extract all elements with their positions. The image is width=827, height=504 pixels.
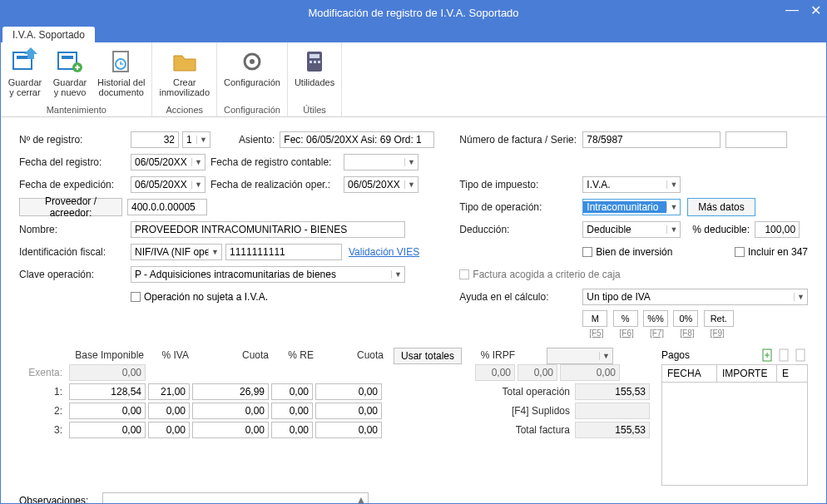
irpf-select[interactable]: ▼ xyxy=(547,348,613,364)
id-fiscal-tipo-select[interactable]: NIF/IVA (NIF ope▼ xyxy=(131,244,222,260)
mini-ret-button[interactable]: Ret. xyxy=(704,310,734,327)
total-value xyxy=(575,383,650,400)
historial-button[interactable]: Historial del documento xyxy=(92,46,150,103)
svg-rect-3 xyxy=(62,56,73,59)
re-cell[interactable] xyxy=(271,403,313,419)
id-fiscal-num-input[interactable] xyxy=(225,244,342,260)
clave-op-select[interactable]: P - Adquisiciones intracomunitarias de b… xyxy=(131,266,405,283)
fecha-reg-contable-label: Fecha de registro contable: xyxy=(210,156,344,168)
num-factura-serie-input[interactable] xyxy=(725,131,787,148)
cuota-cell[interactable] xyxy=(192,383,269,400)
num-factura-input[interactable] xyxy=(582,131,721,148)
checkbox-icon xyxy=(459,269,469,279)
id-fiscal-label: Identificación fiscal: xyxy=(19,246,131,258)
mini-m-button[interactable]: M xyxy=(582,310,607,327)
edit-page-icon[interactable] xyxy=(776,348,791,363)
re-cell[interactable] xyxy=(271,422,313,438)
usar-totales-button[interactable]: Usar totales xyxy=(394,348,462,364)
incluir-347-checkbox[interactable]: Incluir en 347 xyxy=(735,246,808,258)
base-cell[interactable] xyxy=(69,422,146,438)
tab-iva-soportado[interactable]: I.V.A. Soportado xyxy=(2,27,95,42)
mini-pct-button[interactable]: % xyxy=(613,310,638,327)
pct-deducible-input[interactable] xyxy=(755,221,800,238)
chevron-down-icon[interactable]: ▼ xyxy=(191,180,205,189)
base-cell[interactable] xyxy=(69,403,146,419)
ribbon-label: Historial del documento xyxy=(97,77,145,97)
minimize-icon[interactable]: — xyxy=(785,2,799,18)
ribbon-group-label: Útiles xyxy=(290,103,339,116)
base-cell[interactable] xyxy=(69,383,146,400)
chevron-down-icon[interactable]: ▼ xyxy=(208,248,221,256)
chevron-down-icon[interactable]: ▼ xyxy=(666,225,680,234)
ayuda-calculo-select[interactable]: Un tipo de IVA▼ xyxy=(582,289,808,305)
factura-caja-checkbox: Factura acogida a criterio de caja xyxy=(459,269,620,280)
pagos-table[interactable]: FECHA IMPORTE E xyxy=(661,364,808,486)
svg-rect-13 xyxy=(318,61,320,63)
fecha-reg-contable-input[interactable]: ▼ xyxy=(344,154,418,170)
checkbox-icon xyxy=(582,247,592,257)
no-sujeta-checkbox[interactable]: Operación no sujeta a I.V.A. xyxy=(131,291,268,303)
svg-point-8 xyxy=(250,59,255,64)
proveedor-input[interactable] xyxy=(127,199,207,215)
total-value[interactable] xyxy=(575,403,650,419)
delete-page-icon[interactable] xyxy=(793,348,808,363)
bien-inversion-checkbox[interactable]: Bien de inversión xyxy=(582,246,672,258)
cuota2-cell[interactable] xyxy=(315,403,382,419)
deduccion-select[interactable]: Deducible▼ xyxy=(582,221,681,238)
pct-deducible-label: % deducible: xyxy=(692,224,750,235)
iva-cell[interactable] xyxy=(148,403,190,419)
cuota2-cell[interactable] xyxy=(315,383,382,400)
chevron-down-icon[interactable]: ▼ xyxy=(196,136,210,144)
chevron-down-icon[interactable]: ▼ xyxy=(191,158,205,166)
iva-cell[interactable] xyxy=(148,422,190,438)
chevron-down-icon[interactable]: ▼ xyxy=(794,293,807,301)
configuracion-button[interactable]: Configuración xyxy=(219,46,285,103)
fecha-realizacion-input[interactable]: 06/05/20XX▼ xyxy=(344,176,418,193)
base-cell xyxy=(69,364,146,381)
scroll-up-icon[interactable]: ▲ xyxy=(356,494,366,504)
asiento-input[interactable] xyxy=(280,131,434,148)
tipo-impuesto-select[interactable]: I.V.A.▼ xyxy=(582,176,681,193)
chevron-down-icon[interactable]: ▼ xyxy=(666,203,680,211)
irpf-cell xyxy=(560,364,620,381)
tipo-operacion-select[interactable]: Intracomunitario▼ xyxy=(582,199,681,215)
irpf-cell xyxy=(517,364,557,381)
validacion-vies-link[interactable]: Validación VIES xyxy=(349,246,419,258)
window-title: Modificación de registro de I.V.A. Sopor… xyxy=(308,7,518,19)
crear-inmovilizado-button[interactable]: Crear inmovilizado xyxy=(154,46,215,103)
utilidades-button[interactable]: Utilidades xyxy=(290,46,339,103)
proveedor-button[interactable]: Proveedor / acreedor: xyxy=(19,198,122,216)
mas-datos-button[interactable]: Más datos xyxy=(687,198,755,216)
num-factura-label: Número de factura / Serie: xyxy=(459,134,582,146)
observaciones-input[interactable]: ▲▼ xyxy=(102,492,369,504)
chevron-down-icon[interactable]: ▼ xyxy=(404,158,418,166)
nombre-input[interactable] xyxy=(131,221,405,238)
mini-zero-button[interactable]: 0% xyxy=(673,310,698,327)
cuota2-cell[interactable] xyxy=(315,422,382,438)
svg-rect-10 xyxy=(310,54,319,58)
mini-pctpct-button[interactable]: %% xyxy=(643,310,668,327)
cuota-cell[interactable] xyxy=(192,422,269,438)
chevron-down-icon[interactable]: ▼ xyxy=(391,270,404,279)
col-importe: IMPORTE xyxy=(717,365,777,382)
save-close-icon xyxy=(11,47,39,76)
add-page-icon[interactable] xyxy=(760,348,775,363)
n-registro-input[interactable] xyxy=(131,131,179,148)
n-registro-serie-select[interactable]: 1▼ xyxy=(182,131,210,148)
fecha-realizacion-label: Fecha de realización oper.: xyxy=(210,179,344,190)
guardar-nuevo-button[interactable]: Guardar y nuevo xyxy=(47,46,92,103)
chevron-down-icon[interactable]: ▼ xyxy=(404,180,418,189)
fecha-registro-input[interactable]: 06/05/20XX▼ xyxy=(131,154,206,170)
chevron-down-icon[interactable]: ▼ xyxy=(599,352,612,360)
iva-cell[interactable] xyxy=(148,383,190,400)
close-icon[interactable]: ✕ xyxy=(810,2,821,18)
mini-key-label: [F6] xyxy=(613,329,641,338)
cuota-cell[interactable] xyxy=(192,403,269,419)
guardar-cerrar-button[interactable]: Guardar y cerrar xyxy=(2,46,47,103)
svg-rect-15 xyxy=(780,349,788,361)
col-cuota: Cuota xyxy=(194,348,274,364)
chevron-down-icon[interactable]: ▼ xyxy=(666,180,680,189)
observaciones-row: Observaciones: ▲▼ xyxy=(1,492,826,504)
fecha-expedicion-input[interactable]: 06/05/20XX▼ xyxy=(131,176,206,193)
re-cell[interactable] xyxy=(271,383,313,400)
